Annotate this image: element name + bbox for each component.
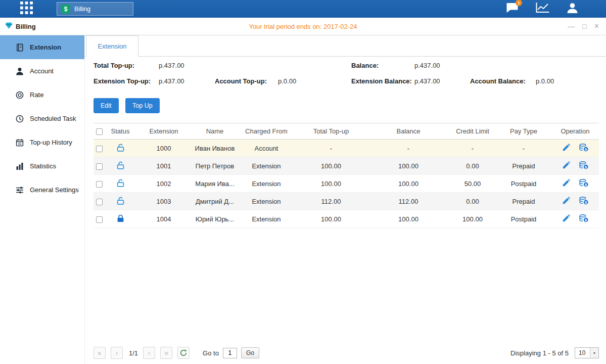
- row-checkbox[interactable]: [96, 216, 103, 223]
- column-header-total-top-up[interactable]: Total Top-up: [295, 123, 367, 140]
- row-checkbox[interactable]: [96, 163, 103, 170]
- monitor-button[interactable]: [536, 3, 549, 15]
- edit-icon[interactable]: [563, 161, 570, 170]
- goto-label: Go to: [203, 349, 219, 357]
- row-checkbox[interactable]: [96, 146, 103, 152]
- window-title-text: Billing: [16, 23, 36, 30]
- topup-icon[interactable]: $: [579, 179, 588, 189]
- next-page-button[interactable]: ›: [143, 347, 155, 359]
- total-topup-label: Total Top-up:: [94, 62, 134, 69]
- pay-type-cell: -: [496, 140, 551, 157]
- extension-topup-label: Extension Top-up:: [94, 77, 151, 85]
- charged-from-cell: Extension: [238, 175, 295, 193]
- total-topup-value: p.437.00: [159, 62, 184, 69]
- topup-icon[interactable]: $: [579, 214, 588, 224]
- user-menu-button[interactable]: [567, 3, 578, 15]
- account-topup-value: p.0.00: [278, 77, 296, 85]
- billing-app-tab[interactable]: $ Billing: [57, 2, 133, 16]
- go-button[interactable]: Go: [241, 347, 259, 358]
- top-up-button[interactable]: Top Up: [125, 98, 160, 113]
- column-header-credit-limit[interactable]: Credit Limit: [449, 123, 496, 140]
- topup-icon[interactable]: $: [579, 144, 588, 153]
- edit-button[interactable]: Edit: [94, 98, 119, 113]
- edit-icon[interactable]: [563, 144, 570, 153]
- name-cell: Петр Петров: [192, 157, 238, 175]
- column-header-balance[interactable]: Balance: [367, 123, 449, 140]
- locked-icon: [117, 214, 124, 224]
- sidebar-item-scheduled-task[interactable]: Scheduled Task: [0, 107, 84, 130]
- goto-page-input[interactable]: [223, 348, 237, 358]
- action-buttons: Edit Top Up: [94, 98, 164, 113]
- refresh-button[interactable]: [177, 347, 190, 359]
- credit-limit-cell: 0.00: [449, 193, 496, 210]
- column-header-name[interactable]: Name: [192, 123, 238, 140]
- topbar-right-icons: !: [506, 3, 578, 15]
- table-row[interactable]: 1001Петр ПетровExtension100.00100.000.00…: [94, 157, 599, 175]
- pay-type-cell: Postpaid: [496, 175, 551, 193]
- extension-topup-value: p.437.00: [159, 77, 184, 85]
- user-icon: [567, 3, 578, 15]
- select-all-checkbox[interactable]: [96, 128, 103, 135]
- general-settings-icon: [16, 186, 24, 194]
- notifications-button[interactable]: !: [506, 3, 519, 15]
- topup-icon[interactable]: $: [579, 161, 588, 171]
- minimize-button[interactable]: —: [568, 23, 575, 30]
- table-row[interactable]: 1003Дмитрий Д...Extension112.00112.000.0…: [94, 193, 599, 210]
- close-button[interactable]: ×: [594, 22, 599, 30]
- edit-icon[interactable]: [563, 214, 570, 223]
- table-row[interactable]: 1004Юрий Юрь...Extension100.00100.00100.…: [94, 210, 599, 228]
- edit-icon[interactable]: [563, 197, 570, 206]
- table-row[interactable]: 1000Иван ИвановAccount----$: [94, 140, 599, 157]
- unlocked-icon: [117, 144, 124, 153]
- balance-cell: 100.00: [367, 210, 449, 228]
- tab-extension[interactable]: Extension: [86, 35, 138, 57]
- sidebar-item-label: Top-up History: [30, 139, 72, 146]
- sidebar-item-account[interactable]: Account: [0, 59, 84, 83]
- topbar: $ Billing !: [0, 0, 606, 18]
- topup-icon[interactable]: $: [579, 197, 588, 206]
- charged-from-cell: Extension: [238, 210, 295, 228]
- page-indicator: 1/1: [129, 349, 138, 357]
- sidebar-item-top-up-history[interactable]: Top-up History: [0, 130, 84, 154]
- sidebar-item-extension[interactable]: Extension: [0, 35, 84, 59]
- account-topup-label: Account Top-up:: [215, 77, 267, 85]
- account-icon: [16, 67, 24, 75]
- table-row[interactable]: 1002Мария Ива...Extension100.00100.0050.…: [94, 175, 599, 193]
- account-balance-label: Account Balance:: [470, 77, 526, 85]
- prev-page-button[interactable]: ‹: [111, 347, 123, 359]
- total-topup-cell: -: [295, 140, 367, 157]
- column-header-extension[interactable]: Extension: [136, 123, 192, 140]
- edit-icon[interactable]: [563, 179, 570, 188]
- page-size-value: 10: [575, 349, 590, 356]
- sidebar-item-statistics[interactable]: Statistics: [0, 154, 84, 178]
- extension-cell: 1004: [136, 210, 192, 228]
- sidebar-item-rate[interactable]: Rate: [0, 83, 84, 107]
- last-page-button[interactable]: »: [160, 347, 172, 359]
- sidebar-item-label: General Settings: [30, 186, 79, 194]
- pay-type-cell: Postpaid: [496, 210, 551, 228]
- window-title: Billing: [5, 22, 36, 31]
- sidebar-item-label: Rate: [30, 91, 43, 99]
- column-header-operation[interactable]: Operation: [551, 123, 599, 140]
- page-size-select[interactable]: 10 ▼: [575, 347, 599, 358]
- row-checkbox[interactable]: [96, 181, 103, 188]
- window-controls: — □ ×: [568, 22, 599, 30]
- app-grid-button[interactable]: [19, 2, 33, 16]
- extension-balance-value: p.437.00: [414, 77, 440, 85]
- column-header-charged-from[interactable]: Charged From: [238, 123, 295, 140]
- row-checkbox[interactable]: [96, 199, 103, 205]
- sidebar: ExtensionAccountRateScheduled TaskTop-up…: [0, 35, 85, 364]
- maximize-button[interactable]: □: [582, 23, 586, 30]
- billing-logo-icon: [5, 22, 13, 31]
- balance-cell: 112.00: [367, 193, 449, 210]
- sidebar-item-general-settings[interactable]: General Settings: [0, 178, 84, 202]
- first-page-button[interactable]: «: [94, 347, 106, 359]
- name-cell: Мария Ива...: [192, 175, 238, 193]
- column-header-status[interactable]: Status: [105, 123, 136, 140]
- credit-limit-cell: 0.00: [449, 157, 496, 175]
- tab-label: Extension: [98, 42, 126, 50]
- balance-cell: 100.00: [367, 175, 449, 193]
- billing-summary: Total Top-up: p.437.00 Balance: p.437.00…: [85, 58, 606, 91]
- goto-group: Go to Go: [203, 347, 259, 358]
- column-header-pay-type[interactable]: Pay Type: [496, 123, 551, 140]
